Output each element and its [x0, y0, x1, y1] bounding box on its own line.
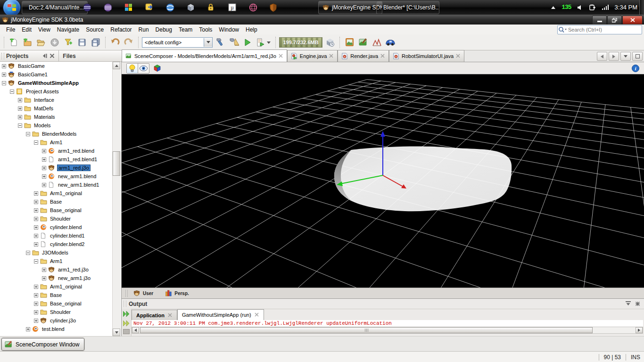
menu-file[interactable]: File	[3, 25, 18, 34]
rerun-alt-button[interactable]	[123, 320, 131, 327]
expand-handle[interactable]	[34, 285, 38, 289]
blender-taskbar-button[interactable]: Blender* [C:\Users\B...	[376, 1, 439, 14]
lock-icon[interactable]	[207, 3, 216, 12]
show-desktop-button[interactable]	[639, 0, 644, 15]
scene-cube-icon[interactable]	[153, 64, 161, 72]
expand-handle[interactable]	[34, 191, 38, 196]
expand-handle[interactable]	[34, 200, 38, 204]
camera-label[interactable]: User	[143, 291, 153, 296]
tree-item[interactable]: new_arm1.blend1	[0, 181, 113, 189]
expand-handle[interactable]	[34, 302, 38, 306]
close-icon[interactable]	[255, 313, 259, 317]
tree-item[interactable]: Base_original	[0, 206, 113, 214]
hscrollbar-thumb[interactable]	[140, 327, 593, 333]
menu-refactor[interactable]: Refactor	[107, 25, 135, 34]
menu-help[interactable]: Help	[242, 25, 261, 34]
globe-icon[interactable]	[166, 3, 174, 12]
menu-navigate[interactable]: Navigate	[54, 25, 83, 34]
image-tool-button[interactable]	[343, 36, 355, 49]
editor-tab[interactable]: SceneComposer - Models/BlenderModels/Arm…	[122, 49, 287, 62]
tree-item[interactable]: arm1_red.blend	[0, 147, 113, 155]
expand-handle[interactable]	[42, 183, 46, 187]
eclipse-icon[interactable]	[83, 3, 91, 12]
tree-item[interactable]: arm1_red.j3o	[0, 164, 113, 172]
minimize-panel-icon[interactable]	[41, 53, 48, 58]
search-box[interactable]	[557, 25, 642, 34]
memory-gauge[interactable]: 199.7/232.6MB	[279, 37, 322, 48]
jme-taskbar-button[interactable]: jMonkeyEngine SDK ...	[318, 1, 382, 14]
tree-item[interactable]: arm1_red.blend1	[0, 155, 113, 164]
tree-item[interactable]: Arm1_original	[0, 189, 113, 197]
new-project-button[interactable]	[21, 36, 33, 49]
debug-button[interactable]	[255, 36, 272, 49]
tree-item[interactable]: BlenderModels	[0, 130, 113, 138]
output-log[interactable]: Nov 27, 2012 3:00:11 PM com.jme3.rendere…	[132, 320, 643, 327]
filter-button[interactable]	[62, 36, 74, 49]
wireframe-icon[interactable]	[249, 3, 257, 12]
rerun-button[interactable]	[123, 310, 131, 318]
tree-item[interactable]: J3OModels	[0, 248, 113, 257]
projects-title[interactable]: Projects	[6, 53, 28, 59]
expand-handle[interactable]	[18, 98, 22, 102]
output-tab[interactable]: Application	[132, 310, 177, 320]
scroll-down-button[interactable]	[113, 329, 120, 336]
scroll-up-button[interactable]	[113, 62, 120, 69]
editor-tab[interactable]: Render.java	[338, 50, 389, 62]
projection-label[interactable]: Persp.	[174, 291, 189, 296]
tree-item[interactable]: Shoulder	[0, 308, 113, 316]
tree-item[interactable]: Materials	[0, 113, 113, 121]
tree-item[interactable]: Project Assets	[0, 87, 113, 96]
menu-view[interactable]: View	[35, 25, 54, 34]
expand-handle[interactable]	[34, 234, 38, 238]
menu-debug[interactable]: Debug	[152, 25, 175, 34]
search-input[interactable]	[567, 26, 642, 33]
collapse-handle[interactable]	[18, 123, 22, 128]
windows-colors-icon[interactable]	[124, 3, 133, 12]
vehicle-tool-button[interactable]	[384, 36, 396, 49]
config-select[interactable]: <default config>	[142, 37, 213, 48]
menu-team[interactable]: Team	[175, 25, 196, 34]
tree-item[interactable]: Base	[0, 197, 113, 206]
tree-item[interactable]: Shoulder	[0, 214, 113, 223]
close-icon[interactable]	[329, 54, 334, 58]
expand-handle[interactable]	[34, 319, 38, 323]
scenecomposer-window-button[interactable]: SceneComposer Window	[1, 338, 84, 351]
open-project-button[interactable]	[35, 36, 47, 49]
collapse-handle[interactable]	[34, 140, 38, 145]
clean-build-button[interactable]	[228, 36, 240, 49]
expand-handle[interactable]	[26, 327, 30, 331]
run-button[interactable]	[241, 36, 254, 49]
close-panel-icon[interactable]	[50, 53, 55, 58]
expand-handle[interactable]	[34, 242, 38, 247]
build-button[interactable]	[214, 36, 226, 49]
scrollbar-thumb[interactable]	[113, 151, 120, 176]
close-icon[interactable]	[380, 54, 385, 58]
tree-scrollbar[interactable]	[112, 62, 121, 336]
camera-user-icon[interactable]	[133, 290, 140, 296]
tree-item[interactable]: Arm1_original	[0, 282, 113, 291]
tree-item[interactable]: Models	[0, 121, 113, 130]
minimize-button[interactable]	[592, 16, 607, 25]
tree-item[interactable]: GameWithoutSimpleApp	[0, 79, 113, 87]
tree-item[interactable]: test.blend	[0, 325, 113, 333]
expand-handle[interactable]	[42, 166, 46, 170]
restore-button[interactable]	[607, 16, 622, 25]
scroll-right-button[interactable]	[636, 327, 643, 333]
maximize-editor-button[interactable]	[632, 52, 643, 61]
expand-handle[interactable]	[42, 149, 46, 153]
volume-icon[interactable]	[578, 5, 583, 10]
menu-source[interactable]: Source	[83, 25, 107, 34]
expand-handle[interactable]	[2, 73, 6, 77]
expand-handle[interactable]	[2, 64, 6, 68]
undo-button[interactable]	[109, 36, 121, 49]
menu-window[interactable]: Window	[215, 25, 242, 34]
tree-item[interactable]: cylinder.blend1	[0, 231, 113, 240]
chrome-taskbar-button[interactable]: Doc:2.4/Manual/Inte...	[22, 1, 88, 14]
new-file-button[interactable]	[8, 36, 20, 49]
network-signal-icon[interactable]	[602, 5, 609, 10]
menu-edit[interactable]: Edit	[18, 25, 35, 34]
tree-item[interactable]: cylinder.j3o	[0, 316, 113, 325]
scene-viewport[interactable]	[122, 74, 644, 288]
tree-item[interactable]: new_arm1.j3o	[0, 274, 113, 282]
tree-item[interactable]: Arm1	[0, 257, 113, 265]
